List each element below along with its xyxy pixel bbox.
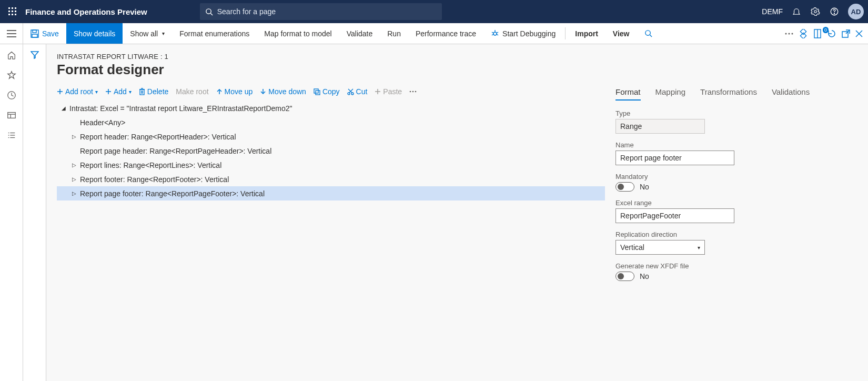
modules-icon[interactable] xyxy=(7,131,16,140)
start-debugging-button[interactable]: Start Debugging xyxy=(483,23,563,44)
tree-item[interactable]: ▷ Report header: Range<ReportHeader>: Ve… xyxy=(57,129,605,144)
company-code[interactable]: DEMF xyxy=(762,7,783,16)
svg-point-11 xyxy=(814,11,817,13)
type-field: Range xyxy=(615,119,705,134)
name-field[interactable]: Report page footer xyxy=(615,151,734,165)
format-tree[interactable]: ◢ Intrastat: Excel = "Intrastat report L… xyxy=(57,101,605,200)
xfdf-value: No xyxy=(640,272,649,280)
home-icon[interactable] xyxy=(7,51,16,60)
settings-icon[interactable] xyxy=(810,6,821,17)
cut-button[interactable]: Cut xyxy=(347,87,368,96)
svg-rect-63 xyxy=(316,91,320,95)
tree-item[interactable]: Report page header: Range<ReportPageHead… xyxy=(57,144,605,158)
tab-validations[interactable]: Validations xyxy=(772,87,810,101)
tree-overflow-icon[interactable] xyxy=(409,91,417,93)
performance-trace-button[interactable]: Performance trace xyxy=(408,23,483,44)
tree-item[interactable]: ▷ Report lines: Range<ReportLines>: Vert… xyxy=(57,158,605,172)
tree-label: Report page header: Range<ReportPageHead… xyxy=(80,147,271,155)
svg-line-25 xyxy=(497,34,498,35)
svg-line-22 xyxy=(492,32,493,33)
recent-icon[interactable] xyxy=(7,91,16,100)
help-icon[interactable] xyxy=(829,6,840,17)
expand-icon[interactable]: ▷ xyxy=(70,134,78,139)
run-button[interactable]: Run xyxy=(380,23,408,44)
chevron-down-icon: ▾ xyxy=(129,89,132,95)
replication-select[interactable]: Vertical ▾ xyxy=(615,240,705,255)
tab-mapping[interactable]: Mapping xyxy=(655,87,686,101)
nav-hamburger-icon[interactable] xyxy=(0,23,23,44)
save-label: Save xyxy=(42,29,59,38)
mandatory-value: No xyxy=(640,183,649,191)
import-button[interactable]: Import xyxy=(568,23,605,44)
tree-label: Report page footer: Range<ReportPageFoot… xyxy=(80,189,265,198)
svg-point-64 xyxy=(348,93,350,95)
workspaces-icon[interactable] xyxy=(7,111,16,120)
mandatory-toggle[interactable] xyxy=(615,182,634,192)
copy-button[interactable]: Copy xyxy=(314,87,340,96)
tree-item[interactable]: Header<Any> xyxy=(57,115,605,129)
app-launcher-icon[interactable] xyxy=(4,3,21,20)
svg-point-71 xyxy=(412,91,414,93)
search-commands-button[interactable] xyxy=(637,23,660,44)
excel-range-field[interactable]: ReportPageFooter xyxy=(615,208,734,223)
svg-line-23 xyxy=(497,32,498,33)
replication-label: Replication direction xyxy=(615,230,857,238)
name-label: Name xyxy=(615,141,857,149)
refresh-icon[interactable]: 0 xyxy=(827,29,836,38)
svg-rect-7 xyxy=(12,14,13,15)
validate-button[interactable]: Validate xyxy=(339,23,380,44)
add-button[interactable]: Add▾ xyxy=(105,87,132,96)
delete-button[interactable]: Delete xyxy=(139,87,168,96)
refresh-badge: 0 xyxy=(823,27,829,33)
move-up-button[interactable]: Move up xyxy=(216,87,253,96)
svg-rect-62 xyxy=(314,89,318,93)
expand-icon[interactable]: ▷ xyxy=(70,190,78,196)
paste-button: Paste xyxy=(375,87,402,96)
map-format-button[interactable]: Map format to model xyxy=(257,23,339,44)
svg-line-27 xyxy=(650,35,652,37)
notifications-icon[interactable] xyxy=(791,6,802,17)
svg-rect-6 xyxy=(8,14,10,15)
svg-point-30 xyxy=(792,33,793,34)
global-search[interactable]: Search for a page xyxy=(200,3,442,20)
user-avatar[interactable]: AD xyxy=(848,4,864,19)
tree-root[interactable]: ◢ Intrastat: Excel = "Intrastat report L… xyxy=(57,101,605,115)
expand-icon[interactable]: ▷ xyxy=(70,162,78,168)
xfdf-toggle[interactable] xyxy=(615,272,634,281)
svg-rect-8 xyxy=(15,14,16,15)
svg-marker-50 xyxy=(31,52,38,58)
svg-rect-32 xyxy=(800,33,806,38)
svg-point-20 xyxy=(493,32,497,35)
diamond-icon[interactable] xyxy=(799,29,808,38)
svg-point-13 xyxy=(834,13,834,14)
chevron-down-icon: ▾ xyxy=(162,31,165,36)
svg-point-29 xyxy=(789,33,790,34)
view-button[interactable]: View xyxy=(605,23,637,44)
expand-icon[interactable]: ▷ xyxy=(70,176,78,182)
tree-item[interactable]: ▷ Report footer: Range<ReportFooter>: Ve… xyxy=(57,172,605,186)
svg-point-65 xyxy=(351,93,354,95)
app-title: Finance and Operations Preview xyxy=(25,7,147,16)
office-icon[interactable] xyxy=(813,29,822,38)
popout-icon[interactable] xyxy=(842,29,850,38)
tab-transformations[interactable]: Transformations xyxy=(700,87,757,101)
save-button[interactable]: Save xyxy=(23,23,66,44)
xfdf-label: Generate new XFDF file xyxy=(615,262,857,270)
overflow-icon[interactable] xyxy=(785,33,793,35)
add-root-button[interactable]: Add root▾ xyxy=(57,87,98,96)
collapse-icon[interactable]: ◢ xyxy=(60,105,67,111)
tree-label: Intrastat: Excel = "Intrastat report Lit… xyxy=(69,104,292,113)
tree-item-selected[interactable]: ▷ Report page footer: Range<ReportPageFo… xyxy=(57,186,605,200)
show-all-button[interactable]: Show all▾ xyxy=(123,23,172,44)
svg-point-28 xyxy=(785,33,787,34)
filter-icon[interactable] xyxy=(31,51,39,59)
format-enumerations-button[interactable]: Format enumerations xyxy=(172,23,257,44)
close-icon[interactable] xyxy=(855,30,863,37)
svg-rect-41 xyxy=(7,113,15,118)
tree-label: Report footer: Range<ReportFooter>: Vert… xyxy=(80,175,229,184)
tab-format[interactable]: Format xyxy=(615,87,641,101)
move-down-button[interactable]: Move down xyxy=(260,87,306,96)
favorites-icon[interactable] xyxy=(7,71,16,80)
search-placeholder: Search for a page xyxy=(217,7,276,16)
show-details-button[interactable]: Show details xyxy=(66,23,123,44)
